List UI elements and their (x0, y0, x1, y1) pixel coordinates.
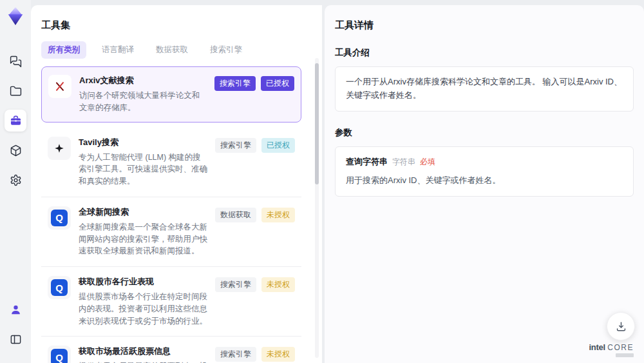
tool-list-panel: 工具集 所有类别 语言翻译 数据获取 搜索引擎 Arxiv文献搜索 访问各个研究… (31, 5, 322, 363)
params-heading: 参数 (335, 127, 634, 139)
nav-rail (0, 0, 31, 363)
tool-name: 获取股市各行业表现 (79, 276, 207, 288)
tool-description: 专为人工智能代理 (LLM) 构建的搜索引擎工具。可快速提供实时、准确和真实的结… (79, 152, 207, 188)
tool-card-text: Tavily搜索 专为人工智能代理 (LLM) 构建的搜索引擎工具。可快速提供实… (79, 137, 207, 188)
tool-card-tavily[interactable]: Tavily搜索 专为人工智能代理 (LLM) 构建的搜索引擎工具。可快速提供实… (41, 128, 301, 197)
list-scrollbar-thumb[interactable] (315, 63, 319, 184)
auth-status-badge: 未授权 (261, 208, 295, 222)
auth-status-badge: 未授权 (261, 347, 295, 362)
tool-card-text: 获取市场最活跃股票信息 提供当天交易量最高的股票列表，投资者可以利用这些信息来识… (79, 346, 207, 363)
tool-name: 获取市场最活跃股票信息 (79, 346, 207, 357)
tool-card-global-news[interactable]: Q 全球新闻搜索 全球新闻搜索是一个聚合全球各大新闻网站内容的搜索引擎，帮助用户… (41, 197, 301, 267)
tool-card-text: 全球新闻搜索 全球新闻搜索是一个聚合全球各大新闻网站内容的搜索引擎，帮助用户快速… (79, 206, 207, 257)
tool-badges: 搜索引擎 已授权 (215, 138, 295, 153)
news-search-icon: Q (48, 346, 71, 363)
folder-icon[interactable] (5, 80, 26, 102)
category-badge: 搜索引擎 (214, 76, 256, 91)
category-badge: 搜索引擎 (215, 138, 256, 153)
tab-search-engine[interactable]: 搜索引擎 (204, 41, 249, 59)
blue-q-glyph: Q (51, 279, 68, 296)
blue-q-glyph: Q (51, 210, 68, 226)
tool-description: 提供当天交易量最高的股票列表，投资者可以利用这些信息来识别流动性强的股票和潜在的… (79, 360, 207, 363)
tool-badges: 搜索引擎 已授权 (214, 76, 294, 91)
tool-description: 提供股票市场各个行业在特定时间段内的表现。投资者可以利用这些信息来识别表现优于或… (79, 291, 207, 327)
blue-q-glyph: Q (51, 349, 68, 363)
tool-card-arxiv[interactable]: Arxiv文献搜索 访问各个研究领域大量科学论文和文章的存储库。 搜索引擎 已授… (41, 66, 301, 123)
tool-badges: 搜索引擎 未授权 (215, 277, 295, 292)
intel-core-wordmark: intel CORE (589, 343, 634, 351)
param-box: 查询字符串 字符串 必填 用于搜索的Arxiv ID、关键字或作者姓名。 (335, 146, 634, 197)
category-tabs: 所有类别 语言翻译 数据获取 搜索引擎 (41, 41, 312, 59)
app-window: { "list_panel": { "title": "工具集", "tabs"… (0, 0, 644, 363)
auth-status-badge: 已授权 (261, 138, 295, 153)
tool-card-text: Arxiv文献搜索 访问各个研究领域大量科学论文和文章的存储库。 (79, 75, 207, 114)
nav-rail-bottom (5, 299, 26, 358)
tool-name: 全球新闻搜索 (79, 206, 207, 218)
user-avatar-icon[interactable] (5, 299, 26, 320)
param-header: 查询字符串 字符串 必填 (346, 155, 623, 169)
news-search-icon: Q (48, 206, 71, 230)
tool-badges: 搜索引擎 未授权 (215, 347, 295, 362)
param-description: 用于搜索的Arxiv ID、关键字或作者姓名。 (346, 174, 623, 188)
tab-language-translation[interactable]: 语言翻译 (95, 41, 140, 59)
sparkle-icon (48, 137, 71, 160)
tab-all-categories[interactable]: 所有类别 (41, 41, 86, 59)
tool-detail-panel: 工具详情 工具介绍 一个用于从Arxiv存储库搜索科学论文和文章的工具。 输入可… (325, 5, 644, 363)
category-badge: 数据获取 (215, 208, 256, 222)
param-type: 字符串 (392, 156, 415, 168)
tool-name: Tavily搜索 (79, 137, 207, 148)
category-badge: 搜索引擎 (215, 277, 256, 292)
tool-description: 全球新闻搜索是一个聚合全球各大新闻网站内容的搜索引擎，帮助用户快速获取全球最新资… (79, 221, 207, 257)
tool-card-list: Arxiv文献搜索 访问各个研究领域大量科学论文和文章的存储库。 搜索引擎 已授… (41, 66, 312, 363)
param-required-flag: 必填 (420, 156, 435, 168)
list-scrollbar[interactable] (315, 58, 319, 358)
app-logo-icon[interactable] (6, 6, 25, 27)
page-title: 工具集 (41, 19, 312, 32)
news-search-icon: Q (48, 276, 71, 299)
tool-description: 访问各个研究领域大量科学论文和文章的存储库。 (79, 90, 207, 114)
tool-badges: 数据获取 未授权 (215, 208, 295, 222)
settings-icon[interactable] (5, 169, 26, 191)
intro-heading: 工具介绍 (335, 47, 634, 59)
tool-name: Arxiv文献搜索 (79, 75, 207, 86)
arxiv-logo-icon (48, 75, 71, 98)
download-icon (615, 320, 627, 333)
tab-data-fetch[interactable]: 数据获取 (149, 41, 194, 59)
intel-core-logo: intel CORE (589, 343, 634, 357)
tool-card-sector-performance[interactable]: Q 获取股市各行业表现 提供股票市场各个行业在特定时间段内的表现。投资者可以利用… (41, 267, 301, 337)
download-button[interactable] (607, 312, 635, 340)
auth-status-badge: 已授权 (261, 76, 294, 91)
detail-title: 工具详情 (335, 19, 634, 32)
intel-text: intel (589, 342, 605, 352)
chat-icon[interactable] (5, 50, 26, 72)
tool-card-most-active-stocks[interactable]: Q 获取市场最活跃股票信息 提供当天交易量最高的股票列表，投资者可以利用这些信息… (41, 337, 301, 363)
tool-card-text: 获取股市各行业表现 提供股票市场各个行业在特定时间段内的表现。投资者可以利用这些… (79, 276, 207, 327)
param-name: 查询字符串 (346, 155, 388, 169)
core-text: CORE (607, 343, 634, 352)
toolbox-icon-active[interactable] (5, 110, 26, 132)
auth-status-badge: 未授权 (261, 277, 295, 292)
cube-icon[interactable] (5, 139, 26, 161)
category-badge: 搜索引擎 (215, 347, 256, 362)
intro-box: 一个用于从Arxiv存储库搜索科学论文和文章的工具。 输入可以是Arxiv ID… (335, 66, 634, 112)
panel-toggle-icon[interactable] (5, 328, 26, 350)
brand-sub-mark (616, 353, 634, 357)
